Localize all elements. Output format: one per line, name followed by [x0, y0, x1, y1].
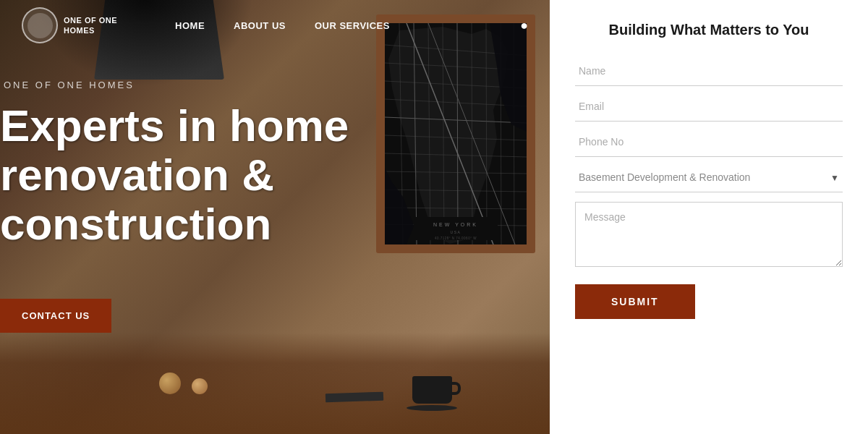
logo-circle-inner: [27, 13, 53, 38]
ball-small: [192, 378, 208, 394]
logo[interactable]: ONE OF ONE HOMES: [22, 7, 117, 43]
submit-button[interactable]: SUBMIT: [575, 284, 695, 319]
nav-about[interactable]: ABOUT US: [234, 20, 286, 31]
service-select[interactable]: Basement Development & Renovation Kitche…: [575, 163, 843, 192]
name-input[interactable]: [575, 56, 843, 86]
hero-subtitle: ONE OF ONE HOMES: [0, 80, 542, 90]
phone-input[interactable]: [575, 127, 843, 157]
nav-services[interactable]: OUR SERVICES: [315, 20, 390, 31]
hero-section: NEW YORK USA 40.7128° N 74.0060° W ONE O…: [0, 0, 550, 434]
cup-saucer: [407, 405, 457, 411]
service-select-wrapper: Basement Development & Renovation Kitche…: [575, 163, 843, 192]
form-title: Building What Matters to You: [575, 22, 843, 38]
contact-us-button[interactable]: CONTACT US: [0, 299, 111, 333]
navbar: ONE OF ONE HOMES HOME ABOUT US OUR SERVI…: [0, 0, 550, 51]
logo-text: ONE OF ONE HOMES: [64, 15, 117, 36]
message-textarea[interactable]: [575, 202, 843, 267]
email-input[interactable]: [575, 92, 843, 122]
hero-content: ONE OF ONE HOMES Experts in home renovat…: [0, 80, 550, 271]
nav-links: HOME ABOUT US OUR SERVICES: [175, 20, 390, 31]
coffee-cup: [412, 376, 456, 412]
table-scene: [0, 333, 550, 434]
book: [326, 392, 383, 403]
contact-form: Basement Development & Renovation Kitche…: [575, 56, 843, 319]
cup-handle: [451, 382, 461, 395]
decorative-balls: [159, 373, 208, 394]
form-panel: Building What Matters to You Basement De…: [550, 0, 868, 434]
nav-home[interactable]: HOME: [175, 20, 205, 31]
cup-body: [412, 376, 452, 404]
ball-large: [159, 373, 181, 394]
logo-circle: [22, 7, 58, 43]
search-icon[interactable]: ●: [520, 18, 528, 33]
hero-title: Experts in home renovation & constructio…: [0, 101, 376, 250]
